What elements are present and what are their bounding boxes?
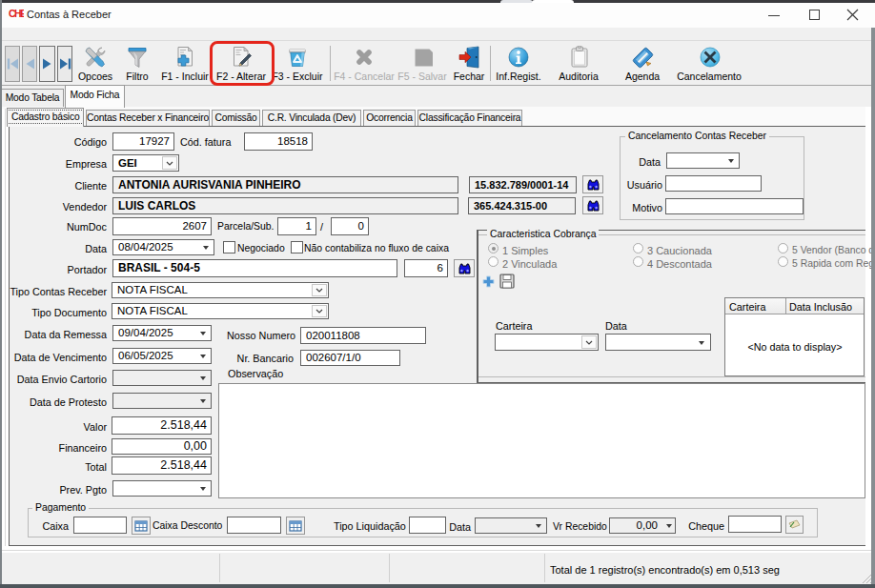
svg-text:CHE: CHE	[9, 8, 24, 18]
